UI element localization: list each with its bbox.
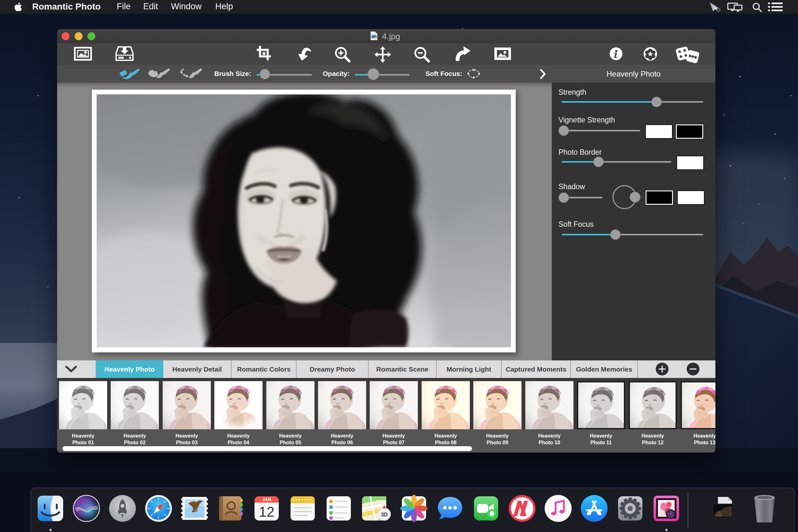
svg-text:JAN: JAN: [262, 497, 271, 502]
svg-text:3D: 3D: [381, 512, 388, 518]
svg-text:12: 12: [259, 504, 274, 519]
